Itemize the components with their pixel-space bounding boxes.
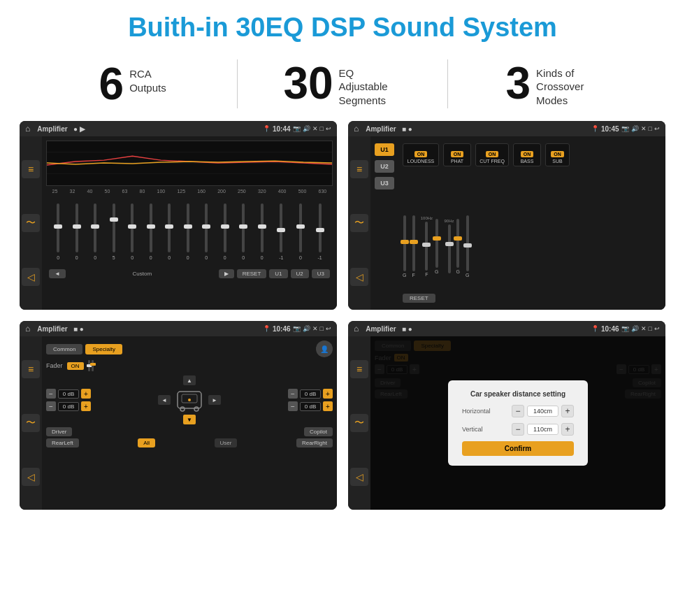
fader-tabs-row: Common Specialty 👤 xyxy=(46,341,333,357)
eq-play-button[interactable]: ▶ xyxy=(219,269,234,278)
fader-on-button[interactable]: ON xyxy=(67,362,84,370)
fader-arrow-right[interactable]: ► xyxy=(208,395,221,405)
eq-reset-button[interactable]: RESET xyxy=(237,269,267,278)
eq-slider-11[interactable]: 0 xyxy=(242,196,245,266)
eq-slider-5[interactable]: 0 xyxy=(131,196,134,266)
fader-vol4-minus[interactable]: − xyxy=(288,401,298,411)
fader-vol3-minus[interactable]: − xyxy=(288,389,298,399)
u-buttons-group: U1 U2 U3 xyxy=(375,143,394,189)
window-icon[interactable]: □ xyxy=(320,125,324,132)
svg-point-6 xyxy=(180,407,185,411)
fader-icon-speaker[interactable]: ◁ xyxy=(22,468,40,486)
fader-vol-row-3: − 0 dB + xyxy=(288,389,333,399)
fader-side-icons: ≡ 〜 ◁ xyxy=(20,336,42,510)
horizontal-plus-button[interactable]: + xyxy=(561,405,574,417)
eq-slider-4[interactable]: 5 xyxy=(113,196,115,266)
fader-down-arrow: ▼ xyxy=(183,415,196,424)
fader-arrow-left[interactable]: ◄ xyxy=(158,395,171,405)
eq-prev-button[interactable]: ◄ xyxy=(49,269,66,278)
crossover-home-icon[interactable]: ⌂ xyxy=(354,124,359,134)
eq-slider-15[interactable]: -1 xyxy=(317,196,322,266)
fader-all-button[interactable]: All xyxy=(138,438,155,447)
eq-icon-speaker[interactable]: ◁ xyxy=(22,268,40,286)
fader-vol2-plus[interactable]: + xyxy=(81,401,91,411)
fader-vol-row-1: − 0 dB + xyxy=(46,389,91,399)
cutfreq-slider-f[interactable]: 100Hz F xyxy=(421,204,433,288)
dialog-home-icon[interactable]: ⌂ xyxy=(354,324,359,334)
eq-slider-10[interactable]: 0 xyxy=(224,196,226,266)
confirm-button[interactable]: Confirm xyxy=(462,441,574,456)
vertical-minus-button[interactable]: − xyxy=(512,423,524,436)
dialog-icon-sliders[interactable]: ≡ xyxy=(350,360,368,378)
fader-tab-specialty[interactable]: Specialty xyxy=(85,344,122,354)
vertical-row: Vertical − 110cm + xyxy=(462,423,574,436)
fader-rearleft-button[interactable]: RearLeft xyxy=(46,438,79,447)
close-icon[interactable]: ✕ xyxy=(312,125,318,132)
home-icon[interactable]: ⌂ xyxy=(25,124,30,134)
cutfreq-module: ON CUT FREQ xyxy=(475,143,509,166)
page-title: Buith-in 30EQ DSP Sound System xyxy=(0,0,685,52)
fader-arrow-up[interactable]: ▲ xyxy=(183,375,196,385)
eq-slider-9[interactable]: 0 xyxy=(205,196,208,266)
vertical-plus-button[interactable]: + xyxy=(561,423,574,436)
fader-person-icon[interactable]: 👤 xyxy=(316,341,333,357)
crossover-icon-speaker[interactable]: ◁ xyxy=(350,268,368,286)
fader-user-button[interactable]: User xyxy=(215,438,238,447)
phat-slider[interactable]: F xyxy=(412,204,414,288)
u1-button[interactable]: U1 xyxy=(375,143,394,156)
fader-vol2-minus[interactable]: − xyxy=(46,401,56,411)
eq-slider-8[interactable]: 0 xyxy=(187,196,189,266)
crossover-icon-sliders[interactable]: ≡ xyxy=(350,160,368,178)
fader-rearright-button[interactable]: RearRight xyxy=(296,438,333,447)
u2-button[interactable]: U2 xyxy=(375,160,394,173)
u3-button[interactable]: U3 xyxy=(375,177,394,189)
eq-slider-13[interactable]: -1 xyxy=(279,196,283,266)
dialog-screen: ⌂ Amplifier ■ ● 📍 10:46 📷🔊✕□↩ ≡ 〜 ◁ Comm… xyxy=(348,321,665,510)
fader-right-arrow: ► xyxy=(208,395,221,405)
eq-u2-button[interactable]: U2 xyxy=(291,269,309,278)
dialog-icon-speaker[interactable]: ◁ xyxy=(350,468,368,486)
cutfreq-slider-g[interactable]: G xyxy=(435,204,438,288)
crossover-icon-wave[interactable]: 〜 xyxy=(350,214,368,232)
eq-slider-7[interactable]: 0 xyxy=(168,196,171,266)
crossover-reset-button[interactable]: RESET xyxy=(403,294,435,303)
eq-icon-wave[interactable]: 〜 xyxy=(22,214,40,232)
dialog-side-icons: ≡ 〜 ◁ xyxy=(348,336,370,510)
sub-slider[interactable]: G xyxy=(466,204,469,288)
dialog-icon-wave[interactable]: 〜 xyxy=(350,414,368,432)
bass-slider-freq[interactable]: 90Hz xyxy=(445,204,454,288)
eq-slider-3[interactable]: 0 xyxy=(94,196,96,266)
eq-u1-button[interactable]: U1 xyxy=(269,269,287,278)
crossover-screen-title: Amplifier ■ ● xyxy=(366,125,589,133)
loudness-slider[interactable]: G xyxy=(403,204,406,288)
fader-copilot-button[interactable]: Copilot xyxy=(304,427,333,436)
eq-slider-1[interactable]: 0 xyxy=(57,196,59,266)
fader-icon-wave[interactable]: 〜 xyxy=(22,414,40,432)
fader-home-icon[interactable]: ⌂ xyxy=(25,324,30,334)
dialog-screen-title: Amplifier ■ ● xyxy=(366,325,589,333)
bass-slider-g[interactable]: G xyxy=(456,204,460,288)
horizontal-minus-button[interactable]: − xyxy=(512,405,524,417)
fader-vol1-minus[interactable]: − xyxy=(46,389,56,399)
eq-slider-12[interactable]: 0 xyxy=(261,196,264,266)
phat-module: ON PHAT xyxy=(443,143,471,166)
eq-icon-sliders[interactable]: ≡ xyxy=(22,160,40,178)
dialog-box: Car speaker distance setting Horizontal … xyxy=(448,380,588,466)
eq-screen: ⌂ Amplifier ● ▶ 📍 10:44 📷 🔊 ✕ □ ↩ ≡ 〜 ◁ xyxy=(20,121,337,310)
back-icon[interactable]: ↩ xyxy=(326,125,331,132)
stat-label-crossover: Kinds ofCrossover Modes xyxy=(536,61,599,108)
crossover-main-panel: ON LOUDNESS ON PHAT ON CUT FREQ ON BASS xyxy=(400,141,661,306)
crossover-modules-row: ON LOUDNESS ON PHAT ON CUT FREQ ON BASS xyxy=(403,143,658,166)
fader-vol4-plus[interactable]: + xyxy=(323,401,333,411)
fader-arrow-down[interactable]: ▼ xyxy=(183,415,196,424)
fader-driver-button[interactable]: Driver xyxy=(46,427,72,436)
eq-slider-6[interactable]: 0 xyxy=(150,196,152,266)
eq-u3-button[interactable]: U3 xyxy=(312,269,330,278)
fader-vol3-plus[interactable]: + xyxy=(323,389,333,399)
fader-icon-sliders[interactable]: ≡ xyxy=(22,360,40,378)
eq-slider-14[interactable]: 0 xyxy=(299,196,302,266)
crossover-side-icons: ≡ 〜 ◁ xyxy=(348,136,370,310)
fader-tab-common[interactable]: Common xyxy=(46,344,82,354)
eq-slider-2[interactable]: 0 xyxy=(75,196,78,266)
fader-vol1-plus[interactable]: + xyxy=(81,389,91,399)
